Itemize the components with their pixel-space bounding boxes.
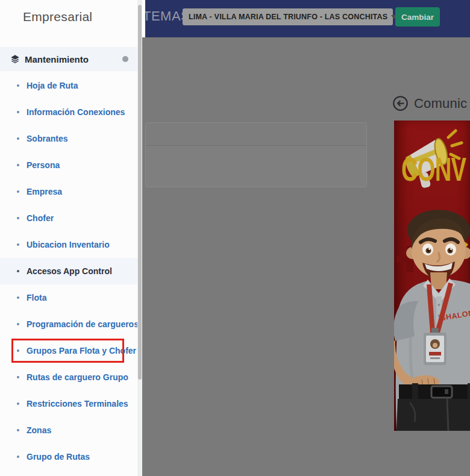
bullet-icon (17, 217, 19, 219)
poster-headline: CONV (401, 149, 466, 189)
dimmed-card-header (146, 123, 366, 146)
branch-dropdown-value: LIMA - VILLA MARIA DEL TRIUNFO - LAS CON… (189, 13, 387, 21)
bullet-icon (17, 111, 19, 113)
sidebar: Empresarial Mantenimiento Hoja de Ruta I… (0, 0, 137, 476)
dimmed-background-card (145, 122, 367, 187)
sidebar-item-persona[interactable]: Persona (0, 152, 137, 178)
sidebar-title: Empresarial (23, 10, 92, 24)
modal-title: Comunic (414, 96, 467, 111)
app-window: TEMAS LIMA - VILLA MARIA DEL TRIUNFO - L… (0, 0, 470, 476)
bullet-icon (17, 323, 19, 325)
bullet-icon (17, 429, 19, 431)
arrow-circle-left-icon[interactable] (392, 95, 409, 111)
section-status-dot-icon (122, 56, 128, 62)
sidebar-item-sobrantes[interactable]: Sobrantes (0, 125, 137, 152)
sidebar-item-empresa[interactable]: Empresa (0, 178, 137, 205)
sidebar-section-label: Mantenimiento (25, 54, 89, 64)
sidebar-item-hoja-de-ruta[interactable]: Hoja de Ruta (0, 72, 137, 99)
sidebar-section-mantenimiento[interactable]: Mantenimiento (0, 47, 137, 71)
bullet-icon (17, 84, 19, 87)
sidebar-item-accesos-app-control[interactable]: Accesos App Control (0, 258, 137, 284)
bullet-icon (17, 296, 19, 299)
sidebar-item-restricciones-terminales[interactable]: Restricciones Terminales (0, 390, 137, 417)
sidebar-scrollbar-thumb[interactable] (138, 5, 142, 380)
sidebar-menu: Hoja de Ruta Información Conexiones Sobr… (0, 72, 137, 470)
bullet-icon (17, 137, 19, 140)
bullet-icon (17, 349, 19, 352)
bullet-icon (17, 456, 19, 458)
sidebar-item-programacion-de-cargueros[interactable]: Programación de cargueros (0, 311, 137, 337)
sidebar-item-zonas[interactable]: Zonas (0, 417, 137, 443)
sidebar-item-grupos-para-flota-y-chofer[interactable]: Grupos Para Flota y Chofer (0, 337, 137, 364)
bullet-icon (17, 376, 19, 378)
sidebar-item-flota[interactable]: Flota (0, 284, 137, 311)
app-header: TEMAS LIMA - VILLA MARIA DEL TRIUNFO - L… (145, 0, 470, 37)
bullet-icon (17, 243, 19, 246)
sidebar-item-ubicacion-inventario[interactable]: Ubicacion Inventario (0, 231, 137, 258)
change-branch-button[interactable]: Cambiar (395, 7, 440, 27)
announcement-poster: CONV (394, 121, 470, 431)
sidebar-item-grupo-de-rutas[interactable]: Grupo de Rutas (0, 443, 137, 470)
bullet-icon (17, 164, 19, 166)
sidebar-item-informacion-conexiones[interactable]: Información Conexiones (0, 99, 137, 125)
modal-overlay: Comunic CONV (142, 37, 470, 476)
bullet-icon (17, 402, 19, 405)
branch-dropdown[interactable]: LIMA - VILLA MARIA DEL TRIUNFO - LAS CON… (183, 8, 393, 25)
sidebar-item-chofer[interactable]: Chofer (0, 205, 137, 231)
sidebar-item-rutas-de-carguero-grupo[interactable]: Rutas de carguero Grupo (0, 364, 137, 390)
modal-header: Comunic (392, 95, 467, 111)
bullet-icon (17, 270, 19, 272)
sidebar-scrollbar[interactable] (137, 0, 142, 476)
cartoon-employee-illustration: SHALOM (394, 205, 470, 431)
layers-icon (10, 54, 20, 64)
bullet-icon (17, 190, 19, 193)
